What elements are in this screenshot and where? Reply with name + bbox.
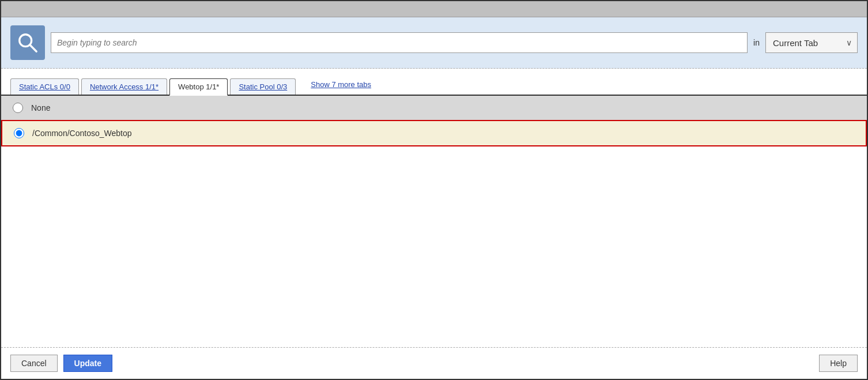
search-area: in Current Tab All Tabs bbox=[1, 17, 867, 69]
footer: Cancel Update Help bbox=[1, 347, 867, 379]
show-more-tabs-button[interactable]: Show 7 more tabs bbox=[303, 77, 379, 92]
svg-line-1 bbox=[30, 45, 36, 51]
dialog: in Current Tab All Tabs Static ACLs 0/0 … bbox=[0, 0, 868, 380]
radio-contoso-webtop[interactable] bbox=[14, 128, 24, 138]
tab-webtop[interactable]: Webtop 1/1* bbox=[169, 78, 228, 96]
update-button[interactable]: Update bbox=[63, 355, 112, 372]
search-icon-box bbox=[10, 25, 45, 60]
radio-none[interactable] bbox=[13, 103, 23, 113]
tab-static-acls[interactable]: Static ACLs 0/0 bbox=[10, 78, 79, 95]
search-in-label: in bbox=[753, 38, 760, 47]
tab-static-pool[interactable]: Static Pool 0/3 bbox=[230, 78, 296, 95]
radio-option-contoso-webtop[interactable]: /Common/Contoso_Webtop bbox=[1, 120, 867, 146]
scope-dropdown[interactable]: Current Tab All Tabs bbox=[765, 32, 858, 53]
radio-contoso-webtop-label: /Common/Contoso_Webtop bbox=[32, 129, 132, 138]
search-input[interactable] bbox=[51, 32, 748, 53]
tab-network-access[interactable]: Network Access 1/1* bbox=[81, 78, 167, 95]
search-icon bbox=[17, 32, 39, 54]
content-area: None /Common/Contoso_Webtop bbox=[1, 96, 867, 347]
tabs-area: Static ACLs 0/0 Network Access 1/1* Webt… bbox=[1, 69, 867, 96]
radio-none-label: None bbox=[31, 103, 50, 112]
radio-option-none[interactable]: None bbox=[1, 96, 867, 120]
scope-dropdown-wrapper[interactable]: Current Tab All Tabs bbox=[765, 32, 858, 53]
help-button[interactable]: Help bbox=[819, 355, 858, 372]
title-bar bbox=[1, 1, 867, 17]
cancel-button[interactable]: Cancel bbox=[10, 355, 58, 372]
